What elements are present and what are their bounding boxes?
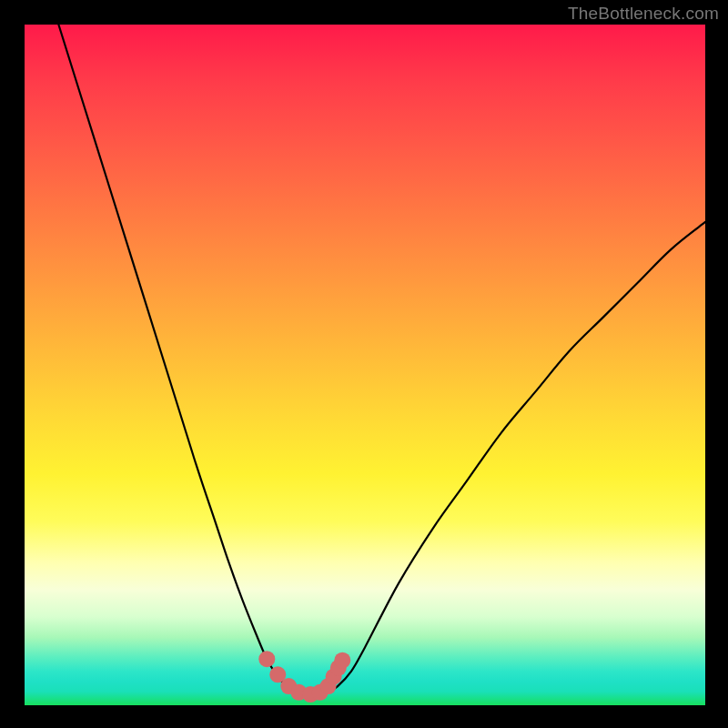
chart-frame: TheBottleneck.com <box>0 0 728 728</box>
plateau-dots-group <box>258 651 350 703</box>
watermark-text: TheBottleneck.com <box>568 4 719 24</box>
chart-svg <box>25 25 705 705</box>
plateau-dot <box>258 651 275 667</box>
bottleneck-curve <box>58 25 705 694</box>
plateau-dot <box>334 652 350 669</box>
